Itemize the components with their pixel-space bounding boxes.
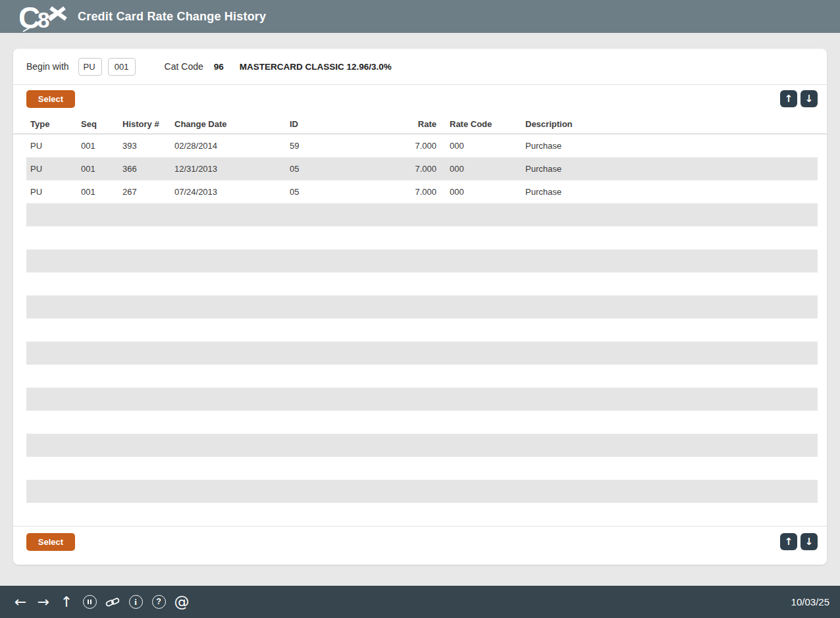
bottom-toolbar: Select ↑ ↓ <box>13 527 827 564</box>
cell-rate-code: 000 <box>436 164 525 174</box>
cell-rate: 7.000 <box>387 187 436 197</box>
rate-history-table: PU 001 393 02/28/2014 59 7.000 000 Purch… <box>13 134 827 526</box>
scroll-up-button-top[interactable]: ↑ <box>780 90 797 107</box>
cell-history: 393 <box>122 141 174 151</box>
empty-row <box>26 342 818 365</box>
column-header-rate: Rate <box>387 119 436 129</box>
column-header-rate-code: Rate Code <box>436 119 525 129</box>
app-header: C 8 Credit Card Rate Change History <box>0 0 840 33</box>
cell-id: 59 <box>290 141 387 151</box>
cell-description: Purchase <box>525 187 818 197</box>
pause-icon[interactable] <box>82 594 97 610</box>
sequence-input[interactable] <box>108 58 136 76</box>
table-row[interactable]: PU 001 366 12/31/2013 05 7.000 000 Purch… <box>26 157 818 180</box>
empty-row <box>26 434 818 457</box>
cell-description: Purchase <box>525 141 818 151</box>
cell-id: 05 <box>290 164 387 174</box>
scroll-down-button-bottom[interactable]: ↓ <box>801 533 818 550</box>
column-header-description: Description <box>525 119 818 129</box>
cell-type: PU <box>26 164 81 174</box>
cell-rate-code: 000 <box>436 141 525 151</box>
cell-history: 366 <box>122 164 174 174</box>
empty-row <box>26 319 818 342</box>
cell-type: PU <box>26 141 81 151</box>
filter-bar: Begin with Cat Code 96 MASTERCARD CLASSI… <box>13 49 827 84</box>
empty-row <box>26 503 818 526</box>
cell-seq: 001 <box>81 164 122 174</box>
empty-row <box>26 249 818 272</box>
status-bar-icons: ← → ↑ i ? @ <box>13 594 189 610</box>
empty-row <box>26 457 818 480</box>
content-panel: Begin with Cat Code 96 MASTERCARD CLASSI… <box>13 49 827 565</box>
down-arrow-icon: ↓ <box>805 93 814 105</box>
table-header-row-wrap: Type Seq History # Change Date ID Rate R… <box>13 113 827 134</box>
category-description: MASTERCARD CLASSIC 12.96/3.0% <box>240 62 392 72</box>
cell-seq: 001 <box>81 141 122 151</box>
cell-history: 267 <box>122 187 174 197</box>
empty-row <box>26 365 818 388</box>
empty-row <box>26 203 818 226</box>
help-icon[interactable]: ? <box>151 594 166 610</box>
page-title: Credit Card Rate Change History <box>78 10 266 24</box>
cell-rate-code: 000 <box>436 187 525 197</box>
column-header-history: History # <box>122 119 174 129</box>
up-arrow-icon: ↑ <box>785 536 793 548</box>
cell-change-date: 02/28/2014 <box>174 141 290 151</box>
at-icon[interactable]: @ <box>174 594 189 610</box>
column-header-type: Type <box>26 119 81 129</box>
info-icon[interactable]: i <box>128 594 143 610</box>
cell-change-date: 12/31/2013 <box>174 164 290 174</box>
up-icon[interactable]: ↑ <box>59 594 74 610</box>
select-button-bottom[interactable]: Select <box>26 533 75 551</box>
empty-row <box>26 272 818 296</box>
begin-with-label: Begin with <box>26 61 69 72</box>
column-header-change-date: Change Date <box>174 119 290 129</box>
empty-row <box>26 296 818 319</box>
status-date: 10/03/25 <box>791 596 829 607</box>
link-icon[interactable] <box>105 594 120 610</box>
column-header-id: ID <box>290 119 387 129</box>
table-header: Type Seq History # Change Date ID Rate R… <box>26 114 818 134</box>
cell-type: PU <box>26 187 81 197</box>
select-button-top[interactable]: Select <box>26 90 75 108</box>
up-arrow-icon: ↑ <box>785 93 793 105</box>
scroll-down-button-top[interactable]: ↓ <box>801 90 818 107</box>
status-bar: ← → ↑ i ? @ 10/03/25 <box>0 586 840 618</box>
empty-row <box>26 411 818 434</box>
top-toolbar: Select ↑ ↓ <box>13 85 827 113</box>
table-row[interactable]: PU 001 267 07/24/2013 05 7.000 000 Purch… <box>26 180 818 203</box>
column-header-seq: Seq <box>81 119 122 129</box>
cat-code-label: Cat Code <box>165 61 203 72</box>
scroll-up-button-bottom[interactable]: ↑ <box>780 533 797 550</box>
forward-icon[interactable]: → <box>36 594 51 610</box>
type-code-input[interactable] <box>78 58 102 76</box>
back-icon[interactable]: ← <box>13 594 28 610</box>
cell-rate: 7.000 <box>387 141 436 151</box>
cbx-logo: C 8 <box>20 2 70 32</box>
cell-change-date: 07/24/2013 <box>174 187 290 197</box>
cat-code-value: 96 <box>214 62 224 72</box>
empty-row <box>26 226 818 249</box>
cell-description: Purchase <box>525 164 818 174</box>
cell-seq: 001 <box>81 187 122 197</box>
empty-row <box>26 480 818 503</box>
down-arrow-icon: ↓ <box>805 536 814 548</box>
table-row[interactable]: PU 001 393 02/28/2014 59 7.000 000 Purch… <box>26 134 818 157</box>
empty-row <box>26 388 818 411</box>
cell-id: 05 <box>290 187 387 197</box>
cell-rate: 7.000 <box>387 164 436 174</box>
